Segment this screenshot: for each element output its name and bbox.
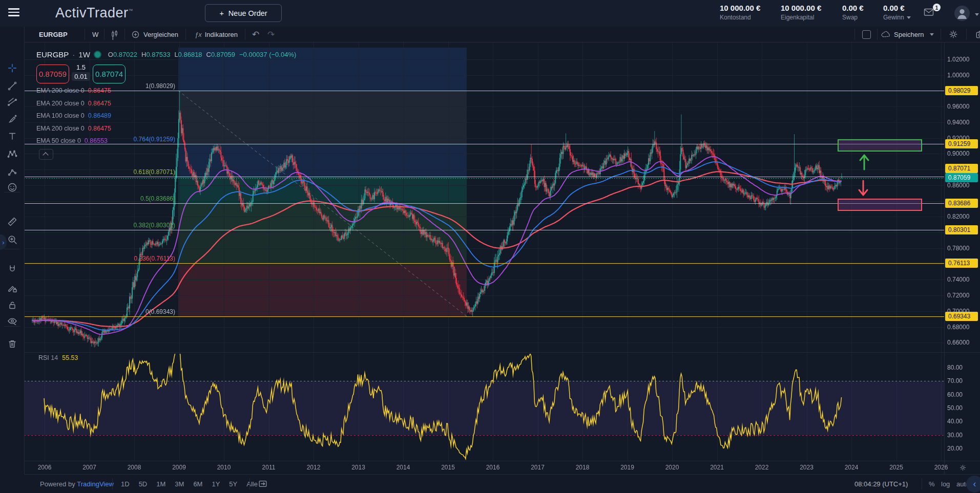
tool-xabcd-pattern[interactable] xyxy=(7,148,18,160)
demand-zone-box[interactable] xyxy=(838,199,922,211)
time-axis-year[interactable]: 2020 xyxy=(662,464,682,471)
timezone-settings-icon[interactable] xyxy=(959,464,967,471)
tool-brush[interactable] xyxy=(7,114,18,125)
up-arrow-drawing[interactable] xyxy=(856,152,873,171)
interval-button[interactable]: W xyxy=(92,27,98,42)
new-order-button[interactable]: + Neue Order xyxy=(205,4,282,22)
range-button-3m[interactable]: 3M xyxy=(175,480,184,488)
user-icon xyxy=(954,6,970,21)
time-axis-year[interactable]: 2016 xyxy=(483,464,503,471)
save-button[interactable]: Speichern xyxy=(880,27,934,42)
supply-zone-box[interactable] xyxy=(838,139,922,152)
time-axis-year[interactable]: 2011 xyxy=(259,464,279,471)
price-axis-tick: 0.66000 xyxy=(947,339,969,346)
tool-ruler[interactable] xyxy=(7,216,18,227)
range-button-5y[interactable]: 5Y xyxy=(229,480,237,488)
range-button-1m[interactable]: 1M xyxy=(156,480,165,488)
time-axis-year[interactable]: 2019 xyxy=(617,464,638,471)
down-arrow-drawing[interactable] xyxy=(854,179,872,199)
collapse-panel-chevron[interactable]: ‹ xyxy=(966,476,980,492)
tool-hide-drawings[interactable] xyxy=(7,315,18,327)
range-button-5d[interactable]: 5D xyxy=(139,480,148,488)
tradingview-link[interactable]: TradingView xyxy=(77,480,114,488)
snapshot-button[interactable] xyxy=(975,27,980,42)
legend-interval: 1W xyxy=(78,50,90,59)
time-axis-year[interactable]: 2013 xyxy=(348,464,369,471)
avatar-caret-icon[interactable] xyxy=(975,13,979,16)
price-chart-canvas[interactable] xyxy=(0,0,980,493)
ema-legend-row[interactable]: EMA 100 close 00.86489 xyxy=(36,112,111,120)
tool-lock-all[interactable] xyxy=(7,299,18,311)
clock[interactable]: 08:04:29 (UTC+1) xyxy=(854,475,908,493)
indicators-button[interactable]: ƒx Indikatoren xyxy=(195,27,238,42)
price-axis-fib-chip: 0.91259 xyxy=(945,139,978,148)
rsi-axis-tick: 70.00 xyxy=(947,377,963,384)
tool-trend-line[interactable] xyxy=(7,80,18,92)
chart-style-button[interactable] xyxy=(110,27,120,42)
time-axis-year[interactable]: 2006 xyxy=(34,464,55,471)
time-axis-year[interactable]: 2023 xyxy=(797,464,817,471)
fx-icon: ƒx xyxy=(195,31,202,38)
tool-emoji[interactable] xyxy=(7,182,18,193)
tool-magnet[interactable] xyxy=(7,264,18,275)
collapse-legend-button[interactable] xyxy=(39,149,53,160)
price-axis-tick: 0.82000 xyxy=(947,213,969,220)
time-axis-year[interactable]: 2012 xyxy=(303,464,324,471)
chart-legend[interactable]: EURGBP · 1W O0.87022 H0.87533 L0.86818 C… xyxy=(36,50,296,59)
time-axis-year[interactable]: 2017 xyxy=(528,464,548,471)
mail-button[interactable]: 1 xyxy=(922,7,937,20)
tool-crosshair[interactable] xyxy=(7,62,18,74)
go-to-date-button[interactable] xyxy=(258,475,268,493)
log-scale-button[interactable]: log xyxy=(941,475,950,493)
time-axis-year[interactable]: 2010 xyxy=(214,464,234,471)
buy-button[interactable]: 0.87074 xyxy=(93,65,126,83)
time-axis-year[interactable]: 2026 xyxy=(931,464,951,471)
ema-value: 0.86475 xyxy=(88,87,111,94)
ema-legend-row[interactable]: EMA 200 close 00.86475 xyxy=(36,100,111,108)
avatar[interactable] xyxy=(954,6,970,21)
ema-legend-row[interactable]: EMA 200 close 00.86475 xyxy=(36,125,111,133)
trend-line-icon xyxy=(7,80,18,92)
time-axis-year[interactable]: 2014 xyxy=(393,464,413,471)
tool-drawing-lock[interactable] xyxy=(7,283,18,294)
tool-fib-retracement[interactable] xyxy=(7,96,18,108)
redo-button[interactable]: ↷ xyxy=(267,27,275,42)
menu-icon[interactable] xyxy=(8,8,19,16)
tool-forecast[interactable] xyxy=(7,166,18,178)
sidebar-divider xyxy=(4,326,20,327)
ema-legend-row[interactable]: EMA 200 close 00.86475 xyxy=(36,87,111,95)
time-axis-year[interactable]: 2025 xyxy=(886,464,907,471)
time-axis-year[interactable]: 2022 xyxy=(752,464,772,471)
time-axis-year[interactable]: 2007 xyxy=(79,464,100,471)
compare-button[interactable]: Vergleichen xyxy=(131,27,178,42)
time-axis-year[interactable]: 2021 xyxy=(707,464,727,471)
sidebar-divider xyxy=(4,192,20,192)
range-button-alle[interactable]: Alle xyxy=(246,480,258,488)
fib-level-label: 0(0.69343) xyxy=(98,308,175,315)
price-axis-current-chip: 0.87059 xyxy=(945,173,978,182)
metric-label: Gewinn xyxy=(883,14,911,21)
metric-caret-icon[interactable] xyxy=(907,16,911,19)
symbol-button[interactable]: EURGBP xyxy=(39,27,68,42)
tool-zoom-in[interactable] xyxy=(7,234,18,245)
rsi-axis-tick: 20.00 xyxy=(947,445,963,452)
chart-settings-button[interactable] xyxy=(948,27,958,42)
rsi-legend[interactable]: RSI 1455.53 xyxy=(38,354,78,361)
fib-level-label: 0.236(0.76113) xyxy=(98,255,175,262)
rsi-axis-tick: 30.00 xyxy=(947,432,963,439)
tool-text[interactable] xyxy=(7,131,18,142)
range-button-1d[interactable]: 1D xyxy=(121,480,130,488)
time-axis-year[interactable]: 2024 xyxy=(841,464,862,471)
sell-button[interactable]: 0.87059 xyxy=(36,65,69,83)
percent-scale-button[interactable]: % xyxy=(929,475,935,493)
time-axis-year[interactable]: 2009 xyxy=(169,464,190,471)
undo-button[interactable]: ↶ xyxy=(252,27,259,42)
time-axis-year[interactable]: 2018 xyxy=(572,464,593,471)
ema-legend-row[interactable]: EMA 50 close 00.86553 xyxy=(36,137,108,145)
range-button-6m[interactable]: 6M xyxy=(193,480,202,488)
tool-remove-drawings[interactable] xyxy=(7,338,18,350)
range-button-1y[interactable]: 1Y xyxy=(212,480,220,488)
time-axis-year[interactable]: 2008 xyxy=(124,464,144,471)
fullscreen-checkbox[interactable] xyxy=(862,30,871,39)
time-axis-year[interactable]: 2015 xyxy=(438,464,458,471)
